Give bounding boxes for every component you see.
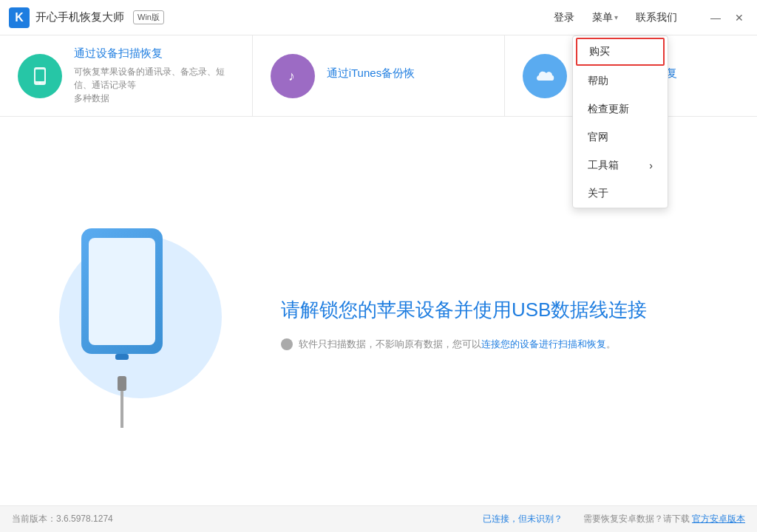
connect-title: 请解锁您的苹果设备并使用USB数据线连接	[281, 298, 713, 323]
phone-body	[81, 228, 163, 354]
itunes-text: 通过iTunes备份恢	[327, 66, 415, 85]
dropdown-toolbox[interactable]: 工具箱 ›	[573, 151, 668, 180]
android-text: 需要恢复安卓数据？请下载 官方安卓版本	[583, 513, 745, 525]
icloud-icon-circle	[523, 54, 567, 98]
phone-button	[115, 354, 129, 360]
device-illustration	[44, 214, 251, 435]
nav-contact[interactable]: 联系我们	[633, 10, 680, 26]
minimize-button[interactable]: —	[707, 9, 724, 27]
nav-menu[interactable]: 菜单 ▾	[589, 10, 621, 26]
logo-area: K 开心手机恢复大师 Win版	[9, 7, 164, 28]
svg-rect-1	[35, 69, 44, 81]
usb-wire	[120, 391, 123, 428]
scan-text: 通过设备扫描恢复 可恢复苹果设备的通讯录、备忘录、短信、通话记录等 多种数据	[74, 47, 234, 105]
phone-icon	[28, 64, 52, 88]
logo-icon: K	[9, 7, 30, 28]
bottom-right: 已连接，但未识别？ 需要恢复安卓数据？请下载 官方安卓版本	[483, 513, 745, 525]
connect-text-area: 请解锁您的苹果设备并使用USB数据线连接 软件只扫描数据，不影响原有数据，您可以…	[281, 298, 713, 351]
phone-screen	[89, 238, 155, 345]
connect-link[interactable]: 连接您的设备进行扫描和恢复	[481, 338, 606, 349]
recovery-itunes[interactable]: ♪ 通过iTunes备份恢	[253, 35, 506, 116]
connected-link[interactable]: 已连接，但未识别？	[483, 513, 563, 525]
win-badge: Win版	[133, 10, 164, 24]
version-label: 当前版本：3.6.5978.1274	[12, 513, 113, 525]
dropdown-about[interactable]: 关于	[573, 180, 668, 208]
dropdown-official-site[interactable]: 官网	[573, 123, 668, 151]
chevron-right-icon: ›	[649, 160, 653, 171]
usb-cable	[115, 376, 129, 435]
titlebar: K 开心手机恢复大师 Win版 登录 菜单 ▾ 联系我们 — ✕	[0, 0, 757, 35]
window-controls: — ✕	[707, 9, 748, 27]
gear-icon	[281, 338, 293, 350]
nav-area: 登录 菜单 ▾ 联系我们 — ✕	[551, 9, 748, 27]
scan-icon-circle	[18, 54, 62, 98]
dropdown-help[interactable]: 帮助	[573, 67, 668, 95]
nav-login[interactable]: 登录	[551, 10, 577, 26]
dropdown-buy[interactable]: 购买	[576, 38, 665, 66]
svg-point-2	[39, 81, 41, 83]
music-icon: ♪	[281, 64, 305, 88]
connect-desc-text: 软件只扫描数据，不影响原有数据，您可以连接您的设备进行扫描和恢复。	[299, 338, 616, 351]
svg-text:♪: ♪	[288, 69, 295, 83]
chevron-down-icon: ▾	[614, 13, 618, 21]
itunes-icon-circle: ♪	[271, 54, 315, 98]
cloud-icon	[533, 64, 557, 88]
android-link[interactable]: 官方安卓版本	[692, 514, 745, 524]
dropdown-check-update[interactable]: 检查更新	[573, 95, 668, 123]
recovery-scan[interactable]: 通过设备扫描恢复 可恢复苹果设备的通讯录、备忘录、短信、通话记录等 多种数据	[0, 35, 253, 116]
dropdown-menu: 购买 帮助 检查更新 官网 工具箱 › 关于	[572, 35, 668, 208]
close-button[interactable]: ✕	[730, 9, 748, 27]
bottom-bar: 当前版本：3.6.5978.1274 已连接，但未识别？ 需要恢复安卓数据？请下…	[0, 505, 757, 532]
app-title: 开心手机恢复大师	[35, 10, 124, 24]
connect-desc: 软件只扫描数据，不影响原有数据，您可以连接您的设备进行扫描和恢复。	[281, 338, 713, 351]
usb-connector	[118, 376, 126, 391]
